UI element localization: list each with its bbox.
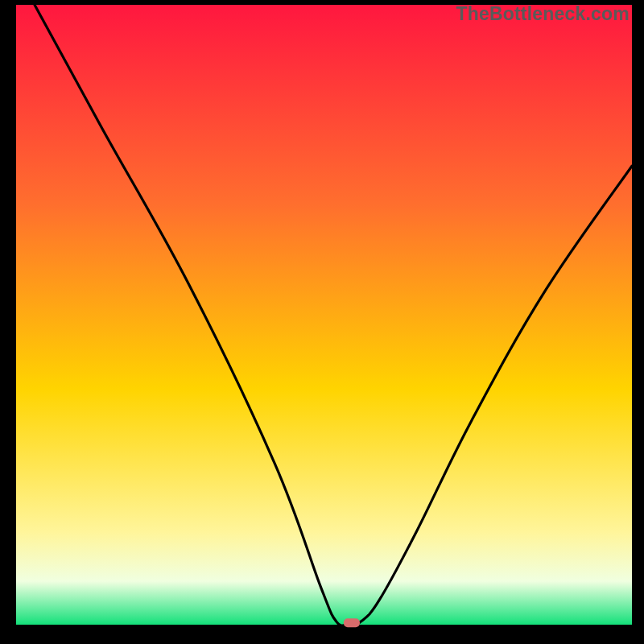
- plot-area: [16, 5, 632, 625]
- chart-svg: [0, 0, 644, 644]
- bottleneck-chart: TheBottleneck.com: [0, 0, 644, 644]
- minimum-marker: [344, 618, 360, 627]
- watermark-text: TheBottleneck.com: [456, 3, 630, 25]
